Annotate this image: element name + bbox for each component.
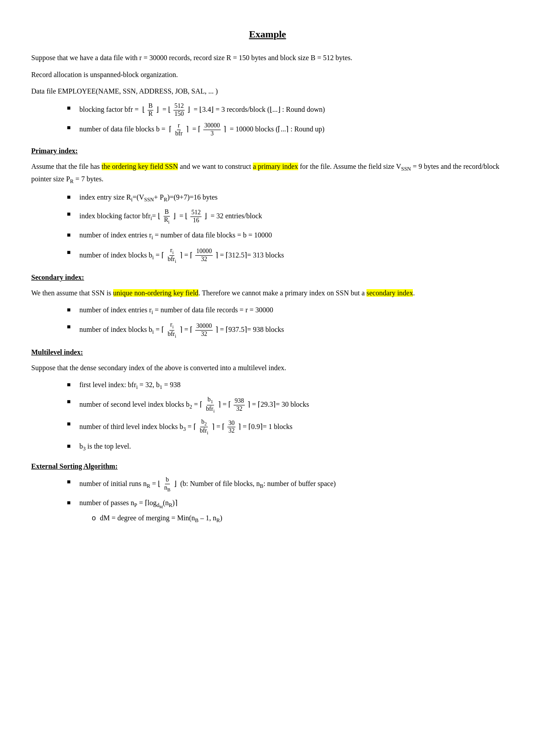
primary-highlight2: a primary index	[253, 163, 298, 170]
multilevel-index-items: first level index: bfri = 32, b1 = 938 n…	[67, 379, 504, 453]
data-blocks-label: number of data file blocks b =	[79, 125, 167, 133]
external-sorting-sub-item-1: dM = degree of merging = Min(nB – 1, nR)	[90, 512, 504, 525]
primary-index-intro: Assume that the file has the ordering ke…	[31, 161, 504, 186]
secondary-index-items: number of index entries ri = number of d…	[67, 304, 504, 339]
blocking-factor-formula: ⌊ B R ⌋ = ⌊ 512 150 ⌋ = ⌊3.4⌋ = 3 record…	[142, 106, 325, 113]
external-sorting-items: number of initial runs nR = ⌊ b nB ⌋ (b:…	[67, 476, 504, 525]
secondary-index-intro: We then assume that SSN is unique non-or…	[31, 287, 504, 299]
secondary-index-heading: Secondary index:	[31, 272, 504, 283]
external-sorting-sub-items: dM = degree of merging = Min(nB – 1, nR)	[90, 512, 504, 525]
primary-index-item-4: number of index blocks bi = ⌈ ri bfri ⌉ …	[67, 247, 504, 265]
external-sorting-item-1: number of initial runs nR = ⌊ b nB ⌋ (b:…	[67, 476, 504, 493]
basic-calculations: blocking factor bfr = ⌊ B R ⌋ = ⌊ 512 15…	[67, 102, 504, 138]
multilevel-item-2: number of second level index blocks b2 =…	[67, 396, 504, 414]
primary-index-item-2: index blocking factor bfri= ⌊ B Ri ⌋ = ⌊…	[67, 208, 504, 225]
multilevel-item-4: b3 is the top level.	[67, 441, 504, 453]
multilevel-index-intro: Suppose that the dense secondary index o…	[31, 362, 504, 374]
secondary-highlight1: unique non-ordering key field	[113, 289, 199, 297]
primary-index-item-3: number of index entries ri = number of d…	[67, 229, 504, 242]
multilevel-index-heading: Multilevel index:	[31, 347, 504, 358]
primary-index-items: index entry size Ri=(VSSN+ PR)=(9+7)=16 …	[67, 192, 504, 265]
primary-index-heading: Primary index:	[31, 146, 504, 156]
primary-index-item-1: index entry size Ri=(VSSN+ PR)=(9+7)=16 …	[67, 192, 504, 204]
primary-highlight1: the ordering key field SSN	[102, 163, 178, 170]
secondary-index-item-1: number of index entries ri = number of d…	[67, 304, 504, 317]
data-blocks-item: number of data file blocks b = ⌈ r bfr ⌉…	[67, 122, 504, 138]
secondary-index-item-2: number of index blocks bi = ⌈ ri bfri ⌉ …	[67, 321, 504, 339]
multilevel-item-1: first level index: bfri = 32, b1 = 938	[67, 379, 504, 392]
external-sorting-item-2: number of passes nP = ⌈logdM(nR)⌉ dM = d…	[67, 497, 504, 525]
intro-line3: Data file EMPLOYEE(NAME, SSN, ADDRESS, J…	[31, 86, 504, 97]
intro-line2: Record allocation is unspanned-block org…	[31, 69, 504, 81]
blocking-factor-label: blocking factor bfr =	[79, 106, 140, 113]
external-sorting-heading: External Sorting Algorithm:	[31, 461, 504, 472]
data-blocks-formula: ⌈ r bfr ⌉ = ⌈ 30000 3 ⌉ = 10000 blocks (…	[169, 125, 325, 133]
secondary-highlight2: secondary index	[366, 289, 413, 297]
page-title: Example	[31, 27, 504, 41]
multilevel-item-3: number of third level index blocks b3 = …	[67, 418, 504, 436]
intro-line1: Suppose that we have a data file with r …	[31, 52, 504, 64]
blocking-factor-item: blocking factor bfr = ⌊ B R ⌋ = ⌊ 512 15…	[67, 102, 504, 118]
